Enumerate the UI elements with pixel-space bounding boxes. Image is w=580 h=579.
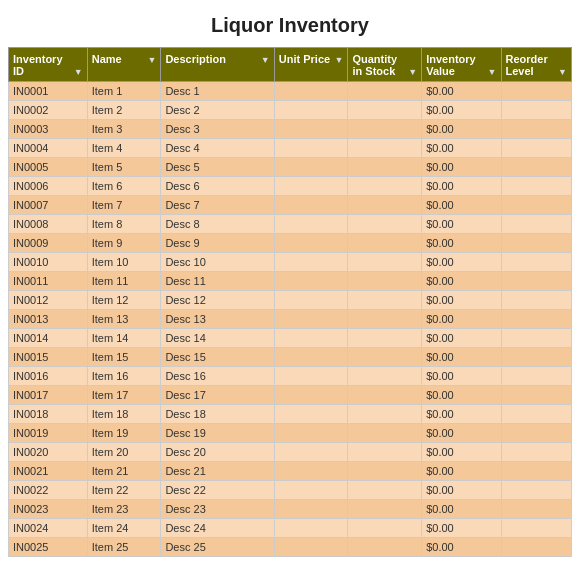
cell-id[interactable]: IN0016 xyxy=(9,367,88,386)
cell-qty[interactable] xyxy=(348,367,422,386)
cell-name[interactable]: Item 4 xyxy=(87,139,161,158)
cell-qty[interactable] xyxy=(348,158,422,177)
cell-desc[interactable]: Desc 20 xyxy=(161,443,274,462)
cell-invval[interactable]: $0.00 xyxy=(422,120,501,139)
cell-price[interactable] xyxy=(274,272,348,291)
cell-desc[interactable]: Desc 24 xyxy=(161,519,274,538)
cell-qty[interactable] xyxy=(348,291,422,310)
cell-reorder[interactable] xyxy=(501,196,571,215)
cell-qty[interactable] xyxy=(348,272,422,291)
cell-name[interactable]: Item 22 xyxy=(87,481,161,500)
cell-invval[interactable]: $0.00 xyxy=(422,481,501,500)
cell-id[interactable]: IN0021 xyxy=(9,462,88,481)
cell-name[interactable]: Item 1 xyxy=(87,82,161,101)
cell-price[interactable] xyxy=(274,481,348,500)
cell-reorder[interactable] xyxy=(501,481,571,500)
cell-reorder[interactable] xyxy=(501,462,571,481)
cell-reorder[interactable] xyxy=(501,386,571,405)
cell-desc[interactable]: Desc 15 xyxy=(161,348,274,367)
cell-desc[interactable]: Desc 3 xyxy=(161,120,274,139)
cell-desc[interactable]: Desc 14 xyxy=(161,329,274,348)
cell-name[interactable]: Item 23 xyxy=(87,500,161,519)
cell-id[interactable]: IN0023 xyxy=(9,500,88,519)
cell-reorder[interactable] xyxy=(501,329,571,348)
cell-id[interactable]: IN0007 xyxy=(9,196,88,215)
cell-invval[interactable]: $0.00 xyxy=(422,519,501,538)
cell-name[interactable]: Item 6 xyxy=(87,177,161,196)
cell-desc[interactable]: Desc 4 xyxy=(161,139,274,158)
cell-invval[interactable]: $0.00 xyxy=(422,329,501,348)
cell-qty[interactable] xyxy=(348,139,422,158)
cell-qty[interactable] xyxy=(348,253,422,272)
cell-price[interactable] xyxy=(274,234,348,253)
cell-qty[interactable] xyxy=(348,348,422,367)
cell-id[interactable]: IN0009 xyxy=(9,234,88,253)
cell-qty[interactable] xyxy=(348,215,422,234)
cell-id[interactable]: IN0024 xyxy=(9,519,88,538)
cell-reorder[interactable] xyxy=(501,291,571,310)
cell-qty[interactable] xyxy=(348,310,422,329)
cell-id[interactable]: IN0015 xyxy=(9,348,88,367)
cell-reorder[interactable] xyxy=(501,177,571,196)
cell-id[interactable]: IN0012 xyxy=(9,291,88,310)
cell-desc[interactable]: Desc 11 xyxy=(161,272,274,291)
cell-qty[interactable] xyxy=(348,424,422,443)
cell-desc[interactable]: Desc 1 xyxy=(161,82,274,101)
cell-price[interactable] xyxy=(274,196,348,215)
cell-qty[interactable] xyxy=(348,82,422,101)
cell-desc[interactable]: Desc 8 xyxy=(161,215,274,234)
cell-desc[interactable]: Desc 12 xyxy=(161,291,274,310)
cell-name[interactable]: Item 20 xyxy=(87,443,161,462)
cell-id[interactable]: IN0005 xyxy=(9,158,88,177)
cell-desc[interactable]: Desc 22 xyxy=(161,481,274,500)
cell-qty[interactable] xyxy=(348,538,422,557)
cell-desc[interactable]: Desc 17 xyxy=(161,386,274,405)
cell-price[interactable] xyxy=(274,329,348,348)
cell-invval[interactable]: $0.00 xyxy=(422,500,501,519)
cell-qty[interactable] xyxy=(348,519,422,538)
cell-price[interactable] xyxy=(274,310,348,329)
cell-name[interactable]: Item 10 xyxy=(87,253,161,272)
cell-reorder[interactable] xyxy=(501,405,571,424)
cell-desc[interactable]: Desc 5 xyxy=(161,158,274,177)
cell-desc[interactable]: Desc 21 xyxy=(161,462,274,481)
cell-invval[interactable]: $0.00 xyxy=(422,405,501,424)
cell-price[interactable] xyxy=(274,519,348,538)
cell-reorder[interactable] xyxy=(501,367,571,386)
cell-invval[interactable]: $0.00 xyxy=(422,310,501,329)
cell-price[interactable] xyxy=(274,424,348,443)
cell-id[interactable]: IN0018 xyxy=(9,405,88,424)
cell-desc[interactable]: Desc 23 xyxy=(161,500,274,519)
cell-price[interactable] xyxy=(274,462,348,481)
cell-invval[interactable]: $0.00 xyxy=(422,367,501,386)
cell-qty[interactable] xyxy=(348,500,422,519)
cell-invval[interactable]: $0.00 xyxy=(422,177,501,196)
cell-desc[interactable]: Desc 18 xyxy=(161,405,274,424)
cell-qty[interactable] xyxy=(348,101,422,120)
cell-reorder[interactable] xyxy=(501,500,571,519)
cell-price[interactable] xyxy=(274,158,348,177)
dropdown-icon[interactable]: ▼ xyxy=(408,67,417,77)
cell-id[interactable]: IN0003 xyxy=(9,120,88,139)
cell-invval[interactable]: $0.00 xyxy=(422,82,501,101)
dropdown-icon[interactable]: ▼ xyxy=(488,67,497,77)
cell-desc[interactable]: Desc 13 xyxy=(161,310,274,329)
dropdown-icon[interactable]: ▼ xyxy=(261,55,270,65)
cell-qty[interactable] xyxy=(348,177,422,196)
cell-id[interactable]: IN0025 xyxy=(9,538,88,557)
cell-desc[interactable]: Desc 6 xyxy=(161,177,274,196)
cell-qty[interactable] xyxy=(348,234,422,253)
dropdown-icon[interactable]: ▼ xyxy=(147,55,156,65)
cell-qty[interactable] xyxy=(348,329,422,348)
cell-invval[interactable]: $0.00 xyxy=(422,253,501,272)
cell-invval[interactable]: $0.00 xyxy=(422,538,501,557)
cell-price[interactable] xyxy=(274,367,348,386)
cell-invval[interactable]: $0.00 xyxy=(422,234,501,253)
cell-qty[interactable] xyxy=(348,120,422,139)
cell-price[interactable] xyxy=(274,82,348,101)
cell-reorder[interactable] xyxy=(501,101,571,120)
cell-id[interactable]: IN0010 xyxy=(9,253,88,272)
cell-reorder[interactable] xyxy=(501,82,571,101)
cell-qty[interactable] xyxy=(348,386,422,405)
cell-id[interactable]: IN0008 xyxy=(9,215,88,234)
